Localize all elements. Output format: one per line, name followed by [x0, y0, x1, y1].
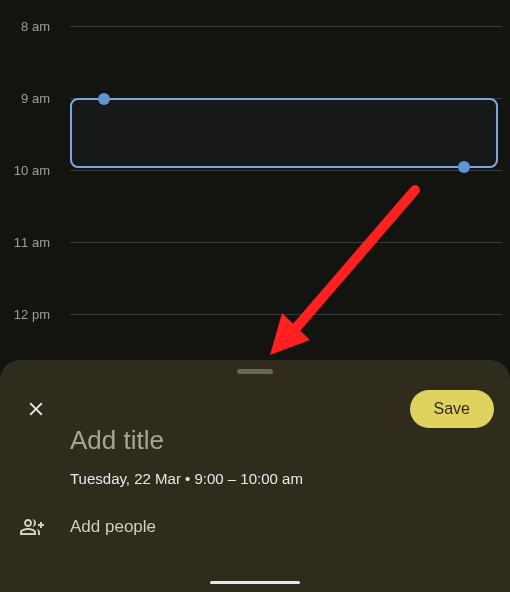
close-button[interactable] [16, 389, 56, 429]
event-start-handle[interactable] [98, 93, 110, 105]
time-label-10am: 10 am [0, 163, 60, 178]
time-label-9am: 9 am [0, 91, 60, 106]
svg-marker-2 [270, 313, 310, 355]
time-label-11am: 11 am [0, 235, 60, 250]
time-label-12pm: 12 pm [0, 307, 60, 322]
save-button[interactable]: Save [410, 390, 494, 428]
hour-line [70, 314, 502, 315]
time-label-8am: 8 am [0, 19, 60, 34]
close-icon [25, 398, 47, 420]
hour-line [70, 242, 502, 243]
sheet-drag-handle[interactable] [237, 369, 273, 374]
event-datetime-text[interactable]: Tuesday, 22 Mar • 9:00 – 10:00 am [70, 470, 490, 487]
event-create-sheet: Save Tuesday, 22 Mar • 9:00 – 10:00 am A… [0, 360, 510, 592]
add-people-row[interactable]: Add people [20, 515, 490, 539]
android-nav-bar[interactable] [210, 581, 300, 584]
people-icon [20, 515, 44, 539]
add-people-label: Add people [70, 517, 156, 537]
new-event-block[interactable] [70, 98, 498, 168]
sheet-content: Tuesday, 22 Mar • 9:00 – 10:00 am [70, 425, 490, 487]
hour-line [70, 26, 502, 27]
hour-line [70, 170, 502, 171]
annotation-arrow [260, 180, 440, 360]
event-title-input[interactable] [70, 425, 490, 456]
event-end-handle[interactable] [458, 161, 470, 173]
